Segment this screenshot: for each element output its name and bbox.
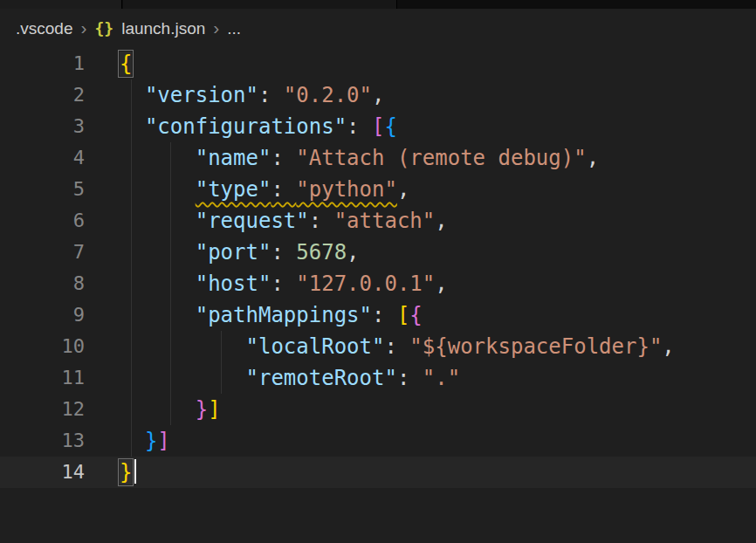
punctuation: :: [397, 366, 423, 390]
code-line[interactable]: 10 "localRoot": "${workspaceFolder}",: [0, 331, 756, 362]
json-key: "port": [196, 240, 271, 265]
tab-strip-segment: [0, 0, 122, 9]
code-line[interactable]: 5 "type": "python",: [0, 174, 756, 205]
code-line[interactable]: 7 "port": 5678,: [0, 237, 756, 268]
matched-bracket: }: [120, 460, 132, 485]
indent-guide: [221, 331, 222, 394]
line-number: 8: [0, 268, 120, 299]
line-number: 7: [0, 237, 120, 268]
punctuation: ,: [587, 146, 599, 170]
line-number: 14: [0, 457, 120, 488]
code-line[interactable]: 11 "remoteRoot": ".": [0, 362, 756, 394]
code-line[interactable]: 8 "host": "127.0.0.1",: [0, 268, 756, 299]
code-text: }]: [120, 425, 170, 457]
line-number: 5: [0, 174, 120, 205]
string-value: "python": [296, 177, 397, 202]
indent-guide: [131, 79, 132, 457]
editor-lines: 1{2 "version": "0.2.0",3 "configurations…: [0, 48, 756, 488]
line-number: 4: [0, 142, 120, 174]
json-key: "pathMappings": [196, 303, 372, 327]
code-text: "name": "Attach (remote debug)",: [120, 142, 599, 174]
code-line[interactable]: 6 "request": "attach",: [0, 205, 756, 237]
code-line[interactable]: 4 "name": "Attach (remote debug)",: [0, 142, 756, 174]
bracket: [: [397, 303, 409, 327]
line-number: 3: [0, 111, 120, 142]
tab-strip: [0, 0, 756, 9]
code-text: "request": "attach",: [120, 205, 448, 237]
bracket: ]: [157, 429, 169, 453]
code-line[interactable]: 1{: [0, 48, 756, 79]
code-text: "localRoot": "${workspaceFolder}",: [120, 331, 675, 362]
punctuation: :: [271, 272, 296, 296]
code-text: "type": "python",: [120, 174, 409, 205]
string-value: "0.2.0": [284, 83, 372, 107]
line-number: 10: [0, 331, 120, 362]
line-number: 2: [0, 79, 120, 111]
json-key: "type": [196, 177, 271, 202]
code-line[interactable]: 9 "pathMappings": [{: [0, 299, 756, 331]
punctuation: [120, 366, 246, 390]
code-text: {: [120, 48, 132, 79]
json-key: "name": [196, 146, 271, 170]
json-file-icon: {}: [94, 19, 113, 38]
string-value: "attach": [334, 209, 436, 233]
punctuation: :: [271, 146, 296, 170]
bracket: }: [196, 397, 208, 422]
punctuation: ,: [662, 334, 674, 359]
chevron-right-icon: ›: [213, 18, 219, 37]
string-value: ".": [423, 366, 460, 390]
indent-guide: [170, 142, 171, 425]
bracket: {: [409, 303, 422, 327]
bracket: [: [372, 114, 384, 139]
code-line[interactable]: 2 "version": "0.2.0",: [0, 79, 756, 111]
punctuation: :: [347, 114, 372, 139]
matched-bracket: {: [120, 52, 132, 76]
line-number: 9: [0, 299, 120, 331]
code-line[interactable]: 3 "configurations": [{: [0, 111, 756, 142]
json-key: "version": [145, 83, 258, 107]
punctuation: ,: [372, 83, 384, 107]
code-text: "host": "127.0.0.1",: [120, 268, 448, 299]
punctuation: ,: [435, 209, 447, 233]
punctuation: ,: [435, 272, 447, 296]
json-key: "localRoot": [246, 334, 385, 359]
punctuation: :: [309, 209, 334, 233]
string-value: "127.0.0.1": [296, 272, 435, 296]
punctuation: ,: [397, 177, 409, 202]
punctuation: :: [258, 83, 284, 107]
bracket: ]: [208, 397, 220, 422]
breadcrumb-file[interactable]: launch.json: [121, 19, 205, 38]
breadcrumb-folder[interactable]: .vscode: [16, 19, 72, 38]
punctuation: ,: [347, 240, 359, 265]
editor[interactable]: 1{2 "version": "0.2.0",3 "configurations…: [0, 48, 756, 488]
number-value: 5678: [296, 240, 347, 265]
json-key: "configurations": [145, 114, 347, 139]
vscode-window: .vscode › {} launch.json › ... 1{2 "vers…: [0, 0, 756, 543]
code-line[interactable]: 14}: [0, 457, 756, 488]
json-key: "request": [196, 209, 309, 233]
punctuation: [120, 83, 145, 107]
code-line[interactable]: 13 }]: [0, 425, 756, 457]
line-number: 12: [0, 394, 120, 425]
punctuation: [120, 334, 246, 359]
bracket: {: [384, 114, 396, 139]
punctuation: :: [271, 240, 296, 265]
punctuation: :: [372, 303, 397, 327]
punctuation: :: [271, 177, 296, 202]
punctuation: [120, 429, 145, 453]
code-text: "version": "0.2.0",: [120, 79, 384, 111]
code-line[interactable]: 12 }]: [0, 394, 756, 425]
json-key: "remoteRoot": [246, 366, 397, 390]
json-key: "host": [196, 272, 271, 296]
line-number: 6: [0, 205, 120, 237]
line-number: 1: [0, 48, 120, 79]
chevron-right-icon: ›: [80, 18, 86, 37]
code-text: }: [120, 457, 136, 488]
breadcrumb-symbol-more[interactable]: ...: [227, 19, 241, 38]
punctuation: :: [384, 334, 409, 359]
punctuation: [120, 114, 145, 139]
breadcrumb: .vscode › {} launch.json › ...: [0, 9, 756, 48]
line-number: 11: [0, 362, 120, 394]
code-text: "port": 5678,: [120, 237, 360, 268]
tab-strip-segment: [123, 0, 397, 9]
